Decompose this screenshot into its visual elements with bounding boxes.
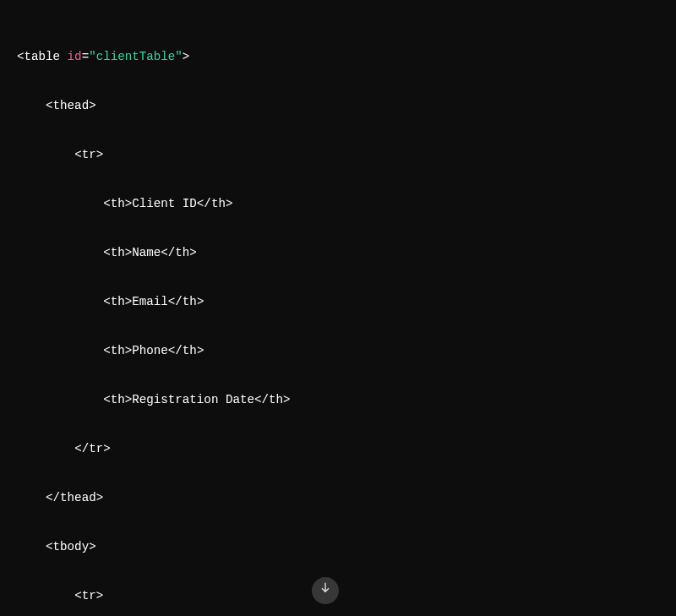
scroll-down-button[interactable] xyxy=(312,577,339,604)
code-line: <th>Phone</th> xyxy=(17,339,659,363)
tag-table: table xyxy=(25,50,61,63)
text-name: Name xyxy=(132,246,161,259)
code-line: <th>Registration Date</th> xyxy=(17,388,659,412)
code-line: </tr> xyxy=(17,437,659,461)
code-line: <tr> xyxy=(17,143,659,167)
arrow-down-icon xyxy=(319,579,332,603)
val-clientTable: "clientTable" xyxy=(89,50,183,63)
attr-id: id xyxy=(68,50,82,63)
tag-tr: tr xyxy=(82,148,96,161)
code-line: <th>Client ID</th> xyxy=(17,192,659,216)
code-line: <tbody> xyxy=(17,535,659,559)
tag-tbody: tbody xyxy=(53,540,90,553)
code-line: <table id="clientTable"> xyxy=(17,45,659,69)
text-phone: Phone xyxy=(132,344,168,357)
tag-th: th xyxy=(111,197,125,210)
code-line: <th>Name</th> xyxy=(17,241,659,265)
code-line: <thead> xyxy=(17,94,659,118)
code-block[interactable]: <table id="clientTable"> <thead> <tr> <t… xyxy=(0,0,676,616)
code-line: </thead> xyxy=(17,486,659,510)
tag-thead: thead xyxy=(53,99,90,112)
code-line: <th>Email</th> xyxy=(17,290,659,314)
text-client-id: Client ID xyxy=(132,197,197,210)
text-reg-date: Registration Date xyxy=(132,393,254,406)
text-email: Email xyxy=(132,295,168,308)
